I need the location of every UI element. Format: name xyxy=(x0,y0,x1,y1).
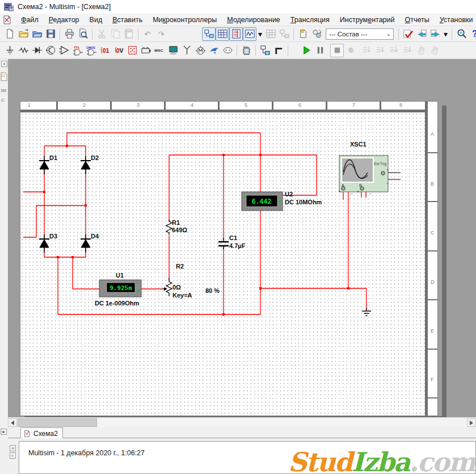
grapher-caret[interactable]: ▾ xyxy=(256,27,264,41)
copy-button[interactable] xyxy=(108,27,122,41)
run-button[interactable] xyxy=(300,44,313,57)
place-electromech-icon xyxy=(195,45,206,56)
multimeter-u1[interactable]: 9.925m - + A xyxy=(99,280,141,297)
ground-symbol[interactable] xyxy=(362,308,371,316)
cut-button[interactable] xyxy=(95,27,108,41)
menu-item-reports[interactable]: Отчеты xyxy=(400,15,435,25)
hierarchy-button[interactable] xyxy=(277,27,291,41)
annotate-caret[interactable]: ▾ xyxy=(442,27,449,41)
step-over-button[interactable] xyxy=(373,44,387,57)
tab-schema2[interactable]: Схема2 xyxy=(20,427,63,439)
scroll-left-button[interactable] xyxy=(8,418,17,427)
xsc1-ext-trig-label: Ext Trig xyxy=(374,162,386,166)
toggle-grapher-button[interactable] xyxy=(243,27,256,41)
potentiometer-r2[interactable] xyxy=(162,278,172,296)
horizontal-scrollbar[interactable] xyxy=(8,417,476,427)
panel-nav-button[interactable]: ▸ xyxy=(10,452,16,459)
menu-item-view[interactable]: Вид xyxy=(85,15,108,25)
create-component-button[interactable] xyxy=(296,27,310,41)
multimeter-u2[interactable]: 6.442 + - V xyxy=(242,192,283,211)
find-examples-button[interactable] xyxy=(454,27,468,41)
place-ni-button[interactable] xyxy=(207,44,221,57)
step-into-button[interactable] xyxy=(360,44,373,57)
place-mixed-button[interactable] xyxy=(112,44,125,57)
menu-item-file[interactable]: Файл xyxy=(16,15,44,25)
xsc1-ext-terminal[interactable] xyxy=(381,171,385,175)
place-mcu-button[interactable] xyxy=(239,44,253,57)
design-toolbox-fragment: С xyxy=(1,98,5,103)
erc-button[interactable] xyxy=(401,27,415,41)
menu-item-place[interactable]: Вставить xyxy=(107,15,148,25)
d2-label: D2 xyxy=(91,154,99,161)
resistor-r1[interactable] xyxy=(166,220,172,235)
forward-annotate-button[interactable] xyxy=(428,27,442,41)
open-samples-button[interactable] xyxy=(30,27,44,41)
menu-item-mcu[interactable]: Микроконтроллеры xyxy=(148,15,222,25)
toolbar-separator xyxy=(288,45,288,56)
run-to-cursor-button[interactable] xyxy=(401,44,414,57)
place-connector-button[interactable] xyxy=(221,44,234,57)
place-transistor-button[interactable] xyxy=(44,44,57,57)
in-use-list-combo[interactable]: --- Состав ---⌄ xyxy=(326,28,394,40)
wires[interactable] xyxy=(23,133,367,314)
xsc1-a-terminal[interactable] xyxy=(342,187,345,190)
redo-button[interactable]: ↷ xyxy=(154,27,168,41)
record-icon xyxy=(346,45,356,56)
document-icon[interactable] xyxy=(2,15,12,24)
place-diode-icon xyxy=(32,45,43,56)
menu-item-edit[interactable]: Редактор xyxy=(44,15,85,25)
postprocessor-button[interactable] xyxy=(264,27,277,41)
back-annotate-button[interactable] xyxy=(415,27,428,41)
capacitor-c1[interactable] xyxy=(218,238,229,249)
open-button[interactable] xyxy=(16,27,30,41)
oscilloscope-xsc1[interactable]: Ext Trig + _ A B + _ + _ xyxy=(338,156,401,194)
place-diode-button[interactable] xyxy=(30,44,44,57)
print-button[interactable] xyxy=(62,27,76,41)
toggle-design-toolbox-button[interactable] xyxy=(202,27,216,41)
record-button[interactable] xyxy=(344,44,357,57)
print-preview-button[interactable] xyxy=(76,27,90,41)
place-ttl-button[interactable] xyxy=(71,44,85,57)
diode-bridge[interactable] xyxy=(39,156,91,253)
toggle-spice-netlist-button[interactable] xyxy=(229,27,243,41)
panel-close-button[interactable]: × xyxy=(10,445,16,451)
place-hierarchical-button[interactable] xyxy=(258,44,272,57)
undo-button[interactable]: ↶ xyxy=(141,27,154,41)
paste-button[interactable] xyxy=(122,27,136,41)
place-bus-button[interactable] xyxy=(272,44,285,57)
xsc1-b-terminal[interactable] xyxy=(360,187,364,190)
place-misc-digital-button[interactable] xyxy=(98,44,112,57)
place-source-button[interactable] xyxy=(3,44,16,57)
scroll-right-button[interactable] xyxy=(467,418,476,427)
scrollbar-thumb[interactable] xyxy=(18,418,97,427)
place-cmos-button[interactable] xyxy=(85,44,98,57)
stop-button[interactable] xyxy=(330,44,344,57)
remove-breakpoints-button[interactable] xyxy=(428,44,441,57)
save-button[interactable] xyxy=(44,27,57,41)
database-manager-button[interactable] xyxy=(310,27,323,41)
place-misc-button[interactable] xyxy=(153,44,166,57)
new-button[interactable] xyxy=(3,27,16,41)
design-toolbox-close-button[interactable]: × xyxy=(1,61,7,67)
schematic-doc-icon[interactable] xyxy=(1,72,7,81)
menu-item-options[interactable]: Установки xyxy=(435,15,476,25)
schematic-canvas[interactable]: 12345678 ABCDEF xyxy=(8,59,476,417)
menu-item-simulate[interactable]: Моделирование xyxy=(222,15,285,25)
menu-item-transfer[interactable]: Трансляция xyxy=(285,15,335,25)
place-basic-button[interactable] xyxy=(16,44,30,57)
place-power-button[interactable] xyxy=(139,44,153,57)
pause-button[interactable] xyxy=(313,44,327,57)
place-indicator-button[interactable] xyxy=(125,44,139,57)
help-button[interactable]: ? xyxy=(468,27,476,41)
step-out-button[interactable] xyxy=(387,44,401,57)
toggle-spreadsheet-view-button[interactable] xyxy=(216,27,229,41)
pause-breakpoint-button[interactable] xyxy=(414,44,428,57)
menu-item-tools[interactable]: Инструментарий xyxy=(335,15,400,25)
place-peripherals-button[interactable] xyxy=(166,44,180,57)
schematic-sheet[interactable]: 12345678 ABCDEF xyxy=(20,101,438,416)
chevron-down-icon[interactable]: ⌄ xyxy=(384,29,393,39)
place-analog-button[interactable] xyxy=(57,44,71,57)
place-electromech-button[interactable] xyxy=(193,44,207,57)
place-rf-button[interactable] xyxy=(180,44,193,57)
tab-scroll-button[interactable]: ▸ xyxy=(1,429,7,435)
